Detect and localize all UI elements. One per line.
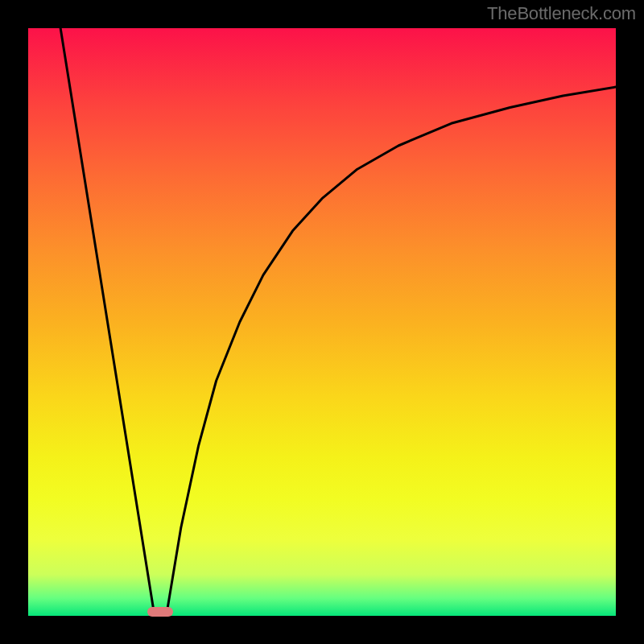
plot-area [28, 28, 616, 616]
chart-frame: TheBottleneck.com [0, 0, 644, 644]
minimum-marker [147, 607, 173, 617]
bottleneck-curve [60, 28, 616, 616]
attribution-text: TheBottleneck.com [487, 3, 636, 24]
curve-layer [28, 28, 616, 616]
